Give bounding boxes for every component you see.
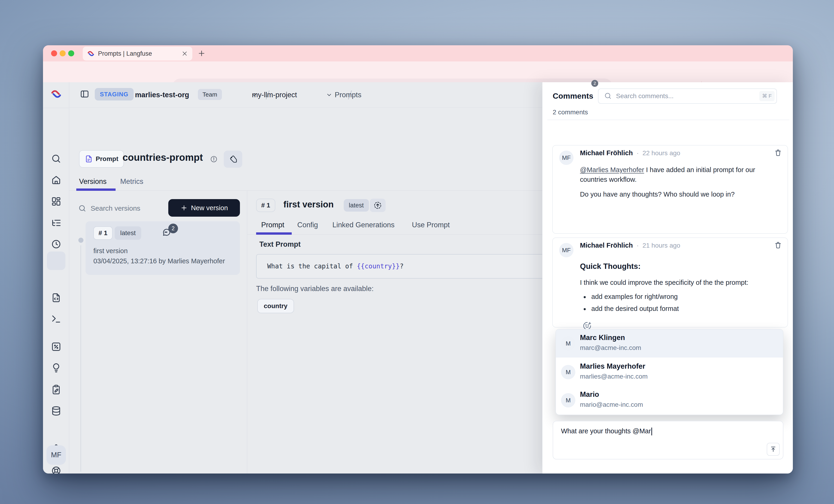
sessions-clock-icon[interactable] — [51, 239, 62, 249]
submit-comment-button[interactable] — [767, 443, 780, 456]
new-version-label: New version — [191, 204, 228, 212]
new-version-button[interactable]: New version — [168, 199, 240, 217]
close-window-button[interactable] — [51, 50, 57, 56]
tracing-icon[interactable] — [51, 217, 62, 228]
dot-separator: · — [637, 242, 639, 249]
active-tab-underline — [76, 188, 115, 191]
evals-lightbulb-icon[interactable] — [51, 363, 62, 373]
bullet-text: add the desired output format — [591, 305, 679, 312]
text-prompt-heading: Text Prompt — [259, 240, 301, 249]
tab-use-prompt[interactable]: Use Prompt — [412, 221, 450, 229]
comments-drawer: Comments Search comments... ⌘ F 2 commen… — [542, 82, 793, 474]
search-icon[interactable] — [51, 153, 62, 164]
shortcut-badge: ⌘ F — [759, 91, 774, 101]
bullet-dot — [584, 308, 586, 310]
maximize-window-button[interactable] — [68, 50, 74, 56]
home-icon[interactable] — [51, 175, 62, 185]
divider — [547, 120, 789, 120]
author-name: Michael Fröhlich — [580, 242, 633, 249]
avatar: MF — [559, 243, 573, 257]
breadcrumb-org[interactable]: marlies-test-org — [135, 82, 189, 108]
tab-versions[interactable]: Versions — [79, 177, 107, 186]
text-caret — [651, 428, 652, 435]
tab-prompt[interactable]: Prompt — [261, 221, 284, 229]
mention-email: mario@acme-inc.com — [580, 401, 643, 408]
breadcrumb-section: Prompts — [335, 82, 361, 108]
variables-label: The following variables are available: — [256, 284, 374, 293]
bullet-item: add the desired output format — [584, 305, 679, 313]
variable-pill: country — [257, 299, 294, 313]
annotation-clipboard-icon[interactable] — [51, 384, 62, 395]
mention-link[interactable]: @Marlies Mayerhofer — [580, 166, 644, 174]
mention-email: marlies@acme-inc.com — [580, 373, 648, 380]
avatar: MF — [559, 151, 573, 165]
mention-email: marc@acme-inc.com — [580, 344, 641, 351]
tabs-border — [69, 190, 542, 191]
sidebar-rail: MF — [43, 82, 69, 474]
tab-title: Prompts | Langfuse — [98, 50, 181, 57]
comment-input[interactable]: What are your thoughts @Mar — [553, 421, 783, 459]
detail-version-number: # 1 — [256, 199, 275, 212]
avatar: M — [561, 365, 575, 379]
plus-icon — [180, 204, 188, 211]
breadcrumb-project[interactable]: my-llm-project — [252, 82, 297, 108]
minimize-window-button[interactable] — [60, 50, 66, 56]
comment-author: Michael Fröhlich · 21 hours ago — [580, 242, 680, 249]
support-lifebuoy-icon[interactable] — [51, 465, 62, 474]
dashboards-icon[interactable] — [51, 196, 62, 207]
team-badge: Team — [198, 89, 222, 100]
scores-icon[interactable] — [51, 341, 62, 352]
comment-count-badge: 2 — [168, 224, 178, 233]
search-icon — [604, 92, 612, 100]
info-icon[interactable] — [210, 155, 218, 163]
delete-comment-icon[interactable] — [774, 241, 782, 249]
send-arrow-icon — [770, 446, 777, 453]
promote-version-button[interactable] — [370, 199, 386, 212]
column-divider — [247, 191, 247, 474]
datasets-database-icon[interactable] — [51, 406, 62, 416]
author-name: Michael Fröhlich — [580, 149, 633, 157]
search-versions-icon — [78, 204, 86, 212]
avatar: M — [561, 336, 575, 351]
input-text: What are your thoughts @Mar — [561, 427, 651, 435]
browser-tab-strip: Prompts | Langfuse — [43, 45, 793, 62]
mention-name: Mario — [580, 390, 599, 399]
browser-tab[interactable]: Prompts | Langfuse — [83, 47, 192, 61]
version-meta: 03/04/2025, 13:27:16 by Marlies Mayerhof… — [93, 257, 225, 265]
mention-option-marlies[interactable]: M Marlies Mayerhofer marlies@acme-inc.co… — [556, 358, 783, 386]
comment-input-value: What are your thoughts @Mar — [561, 427, 652, 435]
desktop-background: Prompts | Langfuse staging.langfuse.com/… — [0, 0, 834, 504]
comment-text: @Marlies Mayerhofer I have added an init… — [580, 165, 783, 184]
search-versions-input[interactable]: Search versions — [91, 200, 140, 217]
mention-option-mario[interactable]: M Mario mario@acme-inc.com — [556, 386, 783, 414]
panel-toggle-icon[interactable] — [80, 89, 89, 99]
prompts-icon[interactable] — [51, 293, 62, 303]
avatar: M — [561, 393, 575, 408]
delete-comment-icon[interactable] — [774, 149, 782, 157]
tag-icon — [229, 155, 237, 163]
rail-divider — [43, 108, 69, 108]
tab-config[interactable]: Config — [297, 221, 318, 229]
page-title: countries-prompt — [123, 152, 203, 163]
shield-badge-count: 2 — [591, 80, 598, 87]
browser-window: Prompts | Langfuse staging.langfuse.com/… — [43, 45, 793, 474]
chevron-down-icon[interactable] — [326, 92, 332, 98]
document-icon — [85, 155, 93, 163]
new-tab-button[interactable] — [197, 49, 206, 58]
detail-active-tab-underline — [256, 232, 292, 235]
mention-option-marc[interactable]: M Marc Klingen marc@acme-inc.com — [556, 329, 783, 358]
langfuse-logo[interactable] — [50, 88, 62, 100]
mention-name: Marc Klingen — [580, 334, 625, 342]
close-tab-icon[interactable] — [181, 50, 188, 57]
playground-terminal-icon[interactable] — [51, 314, 62, 324]
version-list-item[interactable]: # 1 latest 2 first version 03/04/2025, 1… — [86, 221, 240, 275]
tab-metrics[interactable]: Metrics — [120, 177, 143, 186]
comment-item: MF Michael Fröhlich · 21 hours ago Quick… — [552, 237, 788, 327]
prompt-type-badge: Prompt — [79, 150, 124, 168]
tag-button[interactable] — [224, 151, 242, 168]
bullet-item: add examples for right/wrong — [584, 293, 678, 300]
mention-name: Marlies Mayerhofer — [580, 362, 645, 370]
code-variable: {{country}} — [357, 262, 400, 270]
user-avatar[interactable]: MF — [46, 445, 66, 465]
tab-linked-generations[interactable]: Linked Generations — [332, 221, 395, 229]
